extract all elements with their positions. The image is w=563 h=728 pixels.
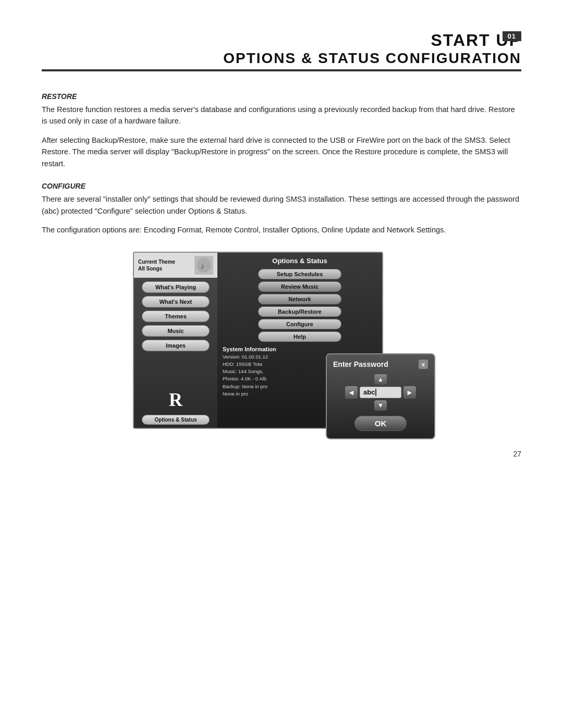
whats-next-button[interactable]: What's Next: [142, 296, 210, 307]
system-info-hdd: HDD: 155GB Tota: [223, 361, 262, 368]
header-underline: [42, 69, 521, 71]
password-right-arrow[interactable]: ►: [403, 386, 416, 399]
help-button[interactable]: Help: [258, 331, 341, 342]
page-number: 27: [42, 450, 521, 458]
sidebar-theme-label: Current Theme: [138, 258, 175, 265]
title-line2: OPTIONS & STATUS CONFIGURATION: [42, 50, 521, 67]
music-button[interactable]: Music: [142, 325, 210, 337]
password-dialog: Enter Password x ◄ ▲ abc ▼ ► OK: [326, 353, 435, 439]
sidebar: Current Theme All Songs ♪ What's Playing…: [134, 253, 217, 428]
title-line1: START UP: [42, 31, 521, 50]
password-input-row: ◄ ▲ abc ▼ ►: [333, 374, 428, 411]
screenshot-container: Current Theme All Songs ♪ What's Playing…: [133, 252, 430, 429]
configure-label: CONFIGURE: [42, 182, 521, 190]
backup-restore-button[interactable]: Backup/Restore: [258, 306, 341, 317]
restore-para2: After selecting Backup/Restore, make sur…: [42, 134, 521, 169]
system-info-version: Version: 01.00.01.12: [223, 353, 268, 361]
password-value: abc: [363, 388, 375, 396]
network-button[interactable]: Network: [258, 294, 341, 304]
header-section: 01 START UP OPTIONS & STATUS CONFIGURATI…: [42, 31, 521, 71]
configure-button[interactable]: Configure: [258, 319, 341, 329]
sidebar-theme-box: Current Theme All Songs ♪: [134, 253, 217, 278]
password-text-box[interactable]: abc: [360, 387, 401, 398]
svg-text:♪: ♪: [200, 262, 204, 270]
sidebar-options-button[interactable]: Options & Status: [142, 415, 210, 425]
review-music-button[interactable]: Review Music: [258, 281, 341, 292]
chapter-tab: 01: [503, 31, 521, 41]
images-button[interactable]: Images: [142, 340, 210, 351]
password-down-arrow[interactable]: ▼: [374, 400, 387, 411]
configure-para1: There are several "installer only" setti…: [42, 193, 521, 217]
password-up-arrow[interactable]: ▲: [374, 374, 387, 385]
password-close-button[interactable]: x: [419, 360, 428, 369]
password-ok-button[interactable]: OK: [354, 416, 407, 431]
password-dialog-title: Enter Password: [333, 360, 388, 368]
sidebar-logo: R: [160, 387, 191, 413]
themes-button[interactable]: Themes: [142, 311, 210, 322]
options-panel-title: Options & Status: [272, 257, 327, 265]
configure-para2: The configuration options are: Encoding …: [42, 224, 521, 236]
system-info-backup2: None in pro: [223, 390, 248, 398]
sidebar-theme-image: ♪: [194, 256, 213, 275]
password-input-area: ▲ abc ▼: [360, 374, 401, 411]
password-left-arrow[interactable]: ◄: [345, 386, 358, 399]
system-info-backup: Backup: None in pro: [223, 383, 267, 390]
setup-schedules-button[interactable]: Setup Schedules: [258, 269, 341, 279]
restore-label: RESTORE: [42, 92, 521, 101]
system-info-music: Music: 144 Songs,: [223, 368, 263, 375]
sidebar-theme-sublabel: All Songs: [138, 265, 175, 272]
password-dialog-header: Enter Password x: [333, 360, 428, 369]
system-info-title: System Information: [223, 346, 276, 352]
restore-para1: The Restore function restores a media se…: [42, 104, 521, 127]
system-info-photos: Photos: 4.0K - 0 Alb: [223, 375, 266, 382]
whats-playing-button[interactable]: What's Playing: [142, 281, 210, 293]
page: 01 START UP OPTIONS & STATUS CONFIGURATI…: [0, 0, 563, 489]
logo-r: R: [169, 389, 182, 411]
